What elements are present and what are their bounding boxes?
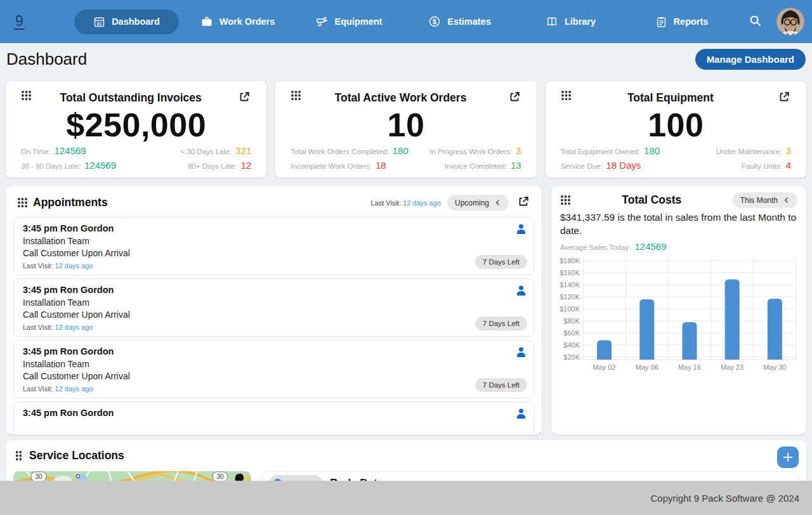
- nav-item-label: Work Orders: [219, 16, 275, 27]
- person-icon[interactable]: [515, 346, 527, 358]
- appointment-time-name: 3:45 pm Ron Gordon: [23, 285, 525, 296]
- nav-item-equipment[interactable]: Equipment: [305, 9, 393, 35]
- person-icon[interactable]: [515, 407, 527, 420]
- average-sales-value: 124569: [634, 241, 666, 252]
- svg-text:May 30: May 30: [763, 363, 786, 371]
- stat-row: Total Work Orders Completed:180In Progre…: [291, 145, 521, 156]
- avatar[interactable]: [776, 8, 804, 36]
- nav-item-label: Equipment: [335, 16, 383, 27]
- stat-value: 180: [393, 145, 409, 156]
- drag-handle-icon[interactable]: [15, 450, 23, 461]
- stat-value: 321: [235, 145, 251, 156]
- work-orders-icon: [200, 15, 213, 28]
- stat-card: Total Equipment100Total Equipment Owned:…: [546, 81, 806, 178]
- nav-item-reports[interactable]: Reports: [645, 10, 719, 34]
- svg-text:$40K: $40K: [563, 341, 580, 349]
- appointment-item[interactable]: 3:45 pm Ron GordonInstallation TeamCall …: [13, 217, 534, 275]
- appointment-note: Call Customer Upon Arrival: [23, 310, 525, 320]
- stat-value: 18: [376, 160, 386, 171]
- stat-value: 124569: [84, 160, 116, 171]
- stat-card: Total Active Work Orders10Total Work Ord…: [275, 81, 536, 178]
- appointment-item[interactable]: 3:45 pm Ron GordonInstallation TeamCall …: [13, 278, 534, 337]
- last-visit-label: Last Visit:: [23, 262, 53, 270]
- appointment-team: Installation Team: [23, 359, 525, 370]
- drag-handle-icon[interactable]: [560, 195, 571, 205]
- stat-card-title: Total Equipment: [572, 90, 769, 105]
- stat-label: < 30 Days Late:: [180, 148, 232, 155]
- stat-label: In Progress Work Orders:: [429, 148, 512, 155]
- stat-row: 30 - 90 Days Late:12456990+ Days Late:12: [21, 160, 251, 171]
- add-location-button[interactable]: [777, 447, 799, 468]
- drag-handle-icon[interactable]: [21, 90, 32, 101]
- search-icon: [749, 14, 762, 27]
- drag-handle-icon[interactable]: [561, 90, 572, 101]
- appointment-item[interactable]: 3:45 pm Ron GordonInstallation TeamCall …: [13, 340, 534, 398]
- dashboard-icon: 31: [93, 16, 105, 28]
- average-sales-label: Average Sales Today:: [560, 244, 631, 251]
- appointment-last-visit: Last Visit: 12 days ago: [23, 385, 525, 393]
- appointment-item[interactable]: 3:45 pm Ron Gordon: [13, 401, 534, 434]
- stat-value: 12: [241, 160, 252, 171]
- last-visit-value: 12 days ago: [55, 385, 93, 393]
- last-visit-value: 12 days ago: [55, 262, 93, 270]
- chevron-left-icon: [494, 199, 501, 206]
- plus-icon: [782, 451, 794, 464]
- stat-cards-row: Total Outstanding Invoices$250,000On Tim…: [6, 81, 806, 178]
- nav-item-label: Library: [565, 16, 596, 27]
- stat-value: 180: [644, 145, 660, 156]
- last-visit-value: 12 days ago: [55, 323, 93, 331]
- reports-icon: [655, 16, 667, 28]
- nav-item-library[interactable]: Library: [535, 9, 606, 34]
- svg-text:$100K: $100K: [560, 305, 580, 313]
- drag-handle-icon[interactable]: [17, 197, 28, 208]
- svg-text:$80K: $80K: [563, 317, 580, 325]
- equipment-icon: [315, 15, 329, 29]
- appointment-time-name: 3:45 pm Ron Gordon: [23, 223, 525, 234]
- library-icon: [546, 15, 558, 28]
- period-pill[interactable]: This Month: [733, 192, 797, 208]
- total-costs-chart: $20K$40K$60K$80K$100K$120K$140K$160K$180…: [560, 253, 797, 380]
- stat-card-expand-button[interactable]: [777, 90, 791, 106]
- main-nav: 31DashboardWork OrdersEquipment$Estimate…: [71, 9, 737, 35]
- stat-card-value: 100: [561, 108, 791, 141]
- manage-dashboard-button[interactable]: Manage Dashboard: [695, 49, 806, 70]
- appointments-title: Appointments: [33, 196, 370, 209]
- last-visit-label: Last Visit:: [370, 199, 401, 207]
- drag-handle-icon[interactable]: [291, 90, 301, 101]
- svg-text:$: $: [433, 18, 436, 25]
- svg-text:$60K: $60K: [563, 329, 580, 337]
- nav-item-label: Reports: [674, 16, 709, 27]
- average-sales: Average Sales Today: 124569: [560, 241, 797, 252]
- period-label: This Month: [740, 196, 778, 205]
- total-costs-summary: $341,337.59 is the total in sales from t…: [560, 211, 797, 237]
- stat-value: 18 Days: [606, 160, 641, 171]
- person-icon[interactable]: [515, 284, 527, 297]
- svg-text:May 06: May 06: [636, 363, 658, 371]
- nav-item-work-orders[interactable]: Work Orders: [190, 9, 285, 34]
- svg-text:$180K: $180K: [560, 257, 580, 264]
- nav-item-dashboard[interactable]: 31Dashboard: [74, 10, 179, 34]
- appointments-expand-button[interactable]: [516, 195, 530, 211]
- app-logo[interactable]: 9: [0, 13, 61, 30]
- service-locations-header: Service Locations: [13, 447, 799, 468]
- stat-card-expand-button[interactable]: [508, 90, 521, 106]
- copyright-text: Copyright 9 Pack Software @ 2024: [650, 493, 799, 504]
- svg-text:May 23: May 23: [721, 363, 743, 371]
- stat-label: Total Equipment Owned:: [561, 148, 640, 155]
- stat-card-title: Total Outstanding Invoices: [32, 90, 230, 105]
- upcoming-filter-pill[interactable]: Upcoming: [447, 195, 509, 211]
- stat-value: 4: [786, 160, 791, 171]
- stat-value: 3: [516, 145, 521, 156]
- service-locations-title: Service Locations: [29, 449, 124, 462]
- stat-label: Faulty Units:: [742, 162, 782, 170]
- last-visit-label: Last Visit:: [23, 385, 53, 393]
- stat-label: Service Due:: [561, 162, 603, 170]
- stat-row: Incomplete Work Orders:18Invoice Complet…: [291, 160, 521, 171]
- nav-item-estimates[interactable]: $Estimates: [418, 9, 501, 34]
- svg-text:May 16: May 16: [678, 363, 701, 371]
- person-icon[interactable]: [515, 223, 527, 235]
- search-button[interactable]: [749, 14, 762, 29]
- stat-card-title: Total Active Work Orders: [301, 90, 499, 105]
- stat-card-expand-button[interactable]: [237, 90, 251, 106]
- last-visit-value: 12 days ago: [403, 199, 441, 207]
